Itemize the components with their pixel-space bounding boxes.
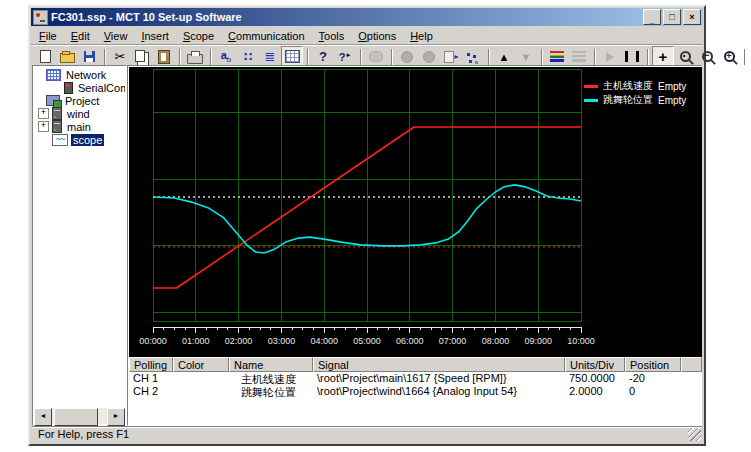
tree-item-label: main — [65, 121, 93, 133]
scope-chart-svg: 00:00001:00002:00003:00004:00005:00006:0… — [129, 67, 702, 357]
legend-item: 主机线速度 Empty — [584, 79, 686, 93]
column-header-color[interactable]: Color — [173, 357, 229, 372]
column-header-units-div[interactable]: Units/Div — [565, 357, 625, 372]
svg-text:00:000: 00:000 — [139, 336, 167, 346]
window-title: FC301.ssp - MCT 10 Set-up Software — [51, 11, 641, 23]
tree-item-label: Network — [64, 69, 108, 81]
tree-item-icon — [52, 107, 62, 120]
tree-item-icon — [64, 82, 73, 94]
table-row[interactable]: CH 2 跳舞轮位置 \root\Project\wind\1664 {Anal… — [129, 385, 702, 398]
channel-units-div: 750.0000 — [565, 372, 625, 385]
menu-item[interactable]: Communication — [221, 28, 311, 44]
tree-item-icon — [52, 134, 68, 146]
column-header-polling[interactable]: Polling — [129, 357, 173, 372]
channel-name: 跳舞轮位置 — [229, 385, 313, 398]
tree-item-label: scope — [71, 134, 104, 146]
menu-item[interactable]: Scope — [176, 28, 221, 44]
scroll-left-button[interactable]: ◄ — [34, 408, 52, 426]
menu-item[interactable]: Edit — [64, 28, 97, 44]
resize-grip[interactable] — [688, 428, 701, 441]
scope-legend: 主机线速度 Empty 跳舞轮位置 Empty — [584, 79, 686, 107]
svg-text:10:000: 10:000 — [567, 336, 595, 346]
tree-horizontal-scrollbar[interactable]: ◄ ► — [34, 408, 125, 424]
svg-text:05:000: 05:000 — [353, 336, 381, 346]
separator — [740, 46, 749, 68]
tree-item[interactable]: scope — [34, 133, 125, 146]
tree-item-icon — [46, 69, 61, 81]
maximize-button[interactable]: □ — [663, 9, 681, 25]
svg-text:07:000: 07:000 — [439, 336, 467, 346]
svg-text:08:000: 08:000 — [482, 336, 510, 346]
scrollbar-thumb[interactable] — [54, 408, 98, 426]
column-header-position[interactable]: Position — [625, 357, 681, 372]
legend-status: Empty — [658, 95, 686, 106]
channel-polling: CH 2 — [129, 385, 173, 398]
svg-text:02:000: 02:000 — [225, 336, 253, 346]
tree-item[interactable]: main — [34, 120, 125, 133]
scope-window: 00:00001:00002:00003:00004:00005:00006:0… — [127, 65, 702, 426]
channel-position: -20 — [625, 372, 681, 385]
menu-item[interactable]: File — [32, 28, 64, 44]
tree-expander-icon[interactable] — [38, 121, 49, 132]
tree-item-icon — [52, 120, 62, 133]
svg-text:06:000: 06:000 — [396, 336, 424, 346]
column-header-filler — [681, 357, 702, 372]
project-tree: Network SerialCom Project — [34, 68, 125, 407]
project-tree-panel: Network SerialCom Project — [32, 65, 127, 426]
channel-table-header: Polling Color Name Signal Units/Div Posi… — [129, 357, 702, 372]
column-header-signal[interactable]: Signal — [313, 357, 565, 372]
tree-item-label: Project — [63, 95, 101, 107]
tree-item-label: wind — [65, 108, 92, 120]
svg-text:01:000: 01:000 — [182, 336, 210, 346]
client-area: Network SerialCom Project — [32, 65, 702, 426]
channel-color-cell — [173, 385, 229, 398]
scrollbar-track[interactable] — [52, 408, 107, 424]
svg-text:04:000: 04:000 — [310, 336, 338, 346]
column-header-name[interactable]: Name — [229, 357, 313, 372]
tree-item[interactable]: Network — [34, 68, 125, 81]
scroll-right-button[interactable]: ► — [107, 408, 125, 426]
legend-label: 跳舞轮位置 — [603, 93, 653, 107]
close-button[interactable]: × — [683, 9, 701, 25]
status-text: For Help, press F1 — [38, 428, 129, 440]
channel-name: 主机线速度 — [229, 372, 313, 385]
menu-item[interactable]: Insert — [134, 28, 176, 44]
menu-item[interactable]: Tools — [312, 28, 352, 44]
menu-bar: FileEditViewInsertScopeCommunicationTool… — [31, 27, 703, 44]
status-bar: For Help, press F1 — [32, 426, 702, 442]
legend-item: 跳舞轮位置 Empty — [584, 93, 686, 107]
tree-item-label: SerialCom — [76, 82, 125, 94]
legend-label: 主机线速度 — [603, 79, 653, 93]
channel-signal: \root\Project\main\1617 {Speed [RPM]} — [313, 372, 565, 385]
tree-expander-icon[interactable] — [38, 108, 49, 119]
channel-signal: \root\Project\wind\1664 {Analog Input 54… — [313, 385, 565, 398]
title-bar[interactable]: FC301.ssp - MCT 10 Set-up Software _ □ × — [31, 8, 703, 26]
svg-text:03:000: 03:000 — [268, 336, 296, 346]
channel-position: 0 — [625, 385, 681, 398]
app-icon — [33, 10, 48, 25]
tree-item[interactable]: wind — [34, 107, 125, 120]
menu-item[interactable]: Options — [351, 28, 403, 44]
legend-status: Empty — [658, 81, 686, 92]
desktop: FC301.ssp - MCT 10 Set-up Software _ □ ×… — [0, 0, 751, 452]
legend-color-dash — [584, 85, 598, 88]
tree-item[interactable]: Project — [34, 94, 125, 107]
menu-item[interactable]: View — [97, 28, 135, 44]
channel-units-div: 2.0000 — [565, 385, 625, 398]
channel-color-cell — [173, 372, 229, 385]
channel-polling: CH 1 — [129, 372, 173, 385]
scope-display: 00:00001:00002:00003:00004:00005:00006:0… — [129, 67, 702, 357]
legend-color-dash — [584, 99, 598, 102]
table-row[interactable]: CH 1 主机线速度 \root\Project\main\1617 {Spee… — [129, 372, 702, 385]
minimize-button[interactable]: _ — [643, 9, 661, 25]
menu-item[interactable]: Help — [403, 28, 440, 44]
app-window: FC301.ssp - MCT 10 Set-up Software _ □ ×… — [28, 5, 706, 446]
channel-table: Polling Color Name Signal Units/Div Posi… — [129, 357, 702, 398]
tree-item-icon — [46, 95, 60, 106]
tree-item[interactable]: SerialCom — [34, 81, 125, 94]
channel-rows: CH 1 主机线速度 \root\Project\main\1617 {Spee… — [129, 372, 702, 398]
zoom-in-button[interactable] — [718, 46, 740, 68]
svg-text:09:000: 09:000 — [524, 336, 552, 346]
